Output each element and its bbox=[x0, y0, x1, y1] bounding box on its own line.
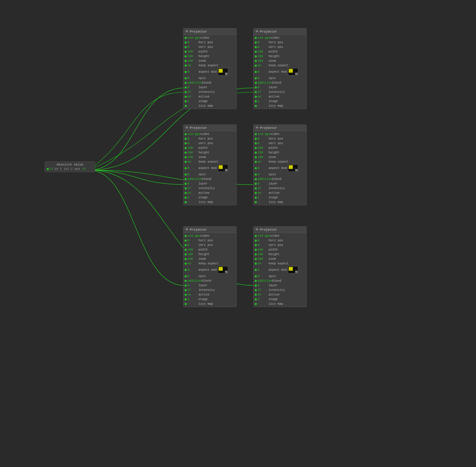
abs-node-title: Absolute Value bbox=[47, 163, 93, 166]
row-video-1: vid-gpuvideo bbox=[183, 35, 236, 40]
eye-icon-1: 👁 bbox=[185, 29, 189, 34]
proj-rows-5: vid-gpuvideo 0horz pos 0vert pos 100widt… bbox=[183, 233, 236, 307]
node-canvas: Absolute Value 27 in | |x| | out 27 👁 Pr… bbox=[0, 0, 476, 467]
connections-svg bbox=[0, 0, 476, 467]
eye-icon-6: 👁 bbox=[255, 227, 259, 232]
proj-title-3: 👁 Projector bbox=[183, 125, 236, 131]
abs-input-dot bbox=[47, 168, 49, 170]
row-intensity-1: 27intensity bbox=[183, 90, 236, 94]
row-blend-1: additiveblend bbox=[183, 80, 236, 85]
abs-in-val: 27 bbox=[50, 167, 53, 171]
row-width-1: 100width bbox=[183, 49, 236, 54]
projector-node-3[interactable]: 👁 Projector vid-gpuvideo 0horz pos 0vert… bbox=[183, 125, 237, 205]
projector-node-1[interactable]: 👁 Projector vid-gpuvideo 0horz pos 0vert… bbox=[183, 28, 237, 109]
eye-icon-3: 👁 bbox=[185, 126, 189, 130]
projector-node-2[interactable]: 👁 Projector vid-gpuvideo 0horz pos 0vert… bbox=[253, 28, 307, 109]
proj-title-1: 👁 Projector bbox=[183, 29, 236, 35]
eye-icon-4: 👁 bbox=[255, 126, 259, 130]
projector-node-4[interactable]: 👁 Projector vid-gpuvideo 0horz pos 0vert… bbox=[253, 125, 307, 205]
proj-rows-1: vid-gpuvideo 0horz pos 0vert pos 100widt… bbox=[183, 35, 236, 109]
proj-rows-2: vid-gpuvideo 0horz pos 0vert pos 100widt… bbox=[254, 35, 306, 109]
proj-rows-3: vid-gpuvideo 0horz pos 0vert pos 100widt… bbox=[183, 131, 236, 205]
row-aspectmod-1: 0aspect mod bbox=[183, 68, 236, 76]
proj-title-2: 👁 Projector bbox=[254, 29, 306, 35]
absolute-value-node[interactable]: Absolute Value 27 in | |x| | out 27 bbox=[45, 161, 95, 172]
proj-rows-6: vid-gpuvideo 0horz pos 0vert pos 100widt… bbox=[254, 233, 306, 307]
abs-op: |x| bbox=[63, 167, 69, 171]
row-active-1: onactive bbox=[183, 94, 236, 99]
projector-node-6[interactable]: 👁 Projector vid-gpuvideo 0horz pos 0vert… bbox=[253, 226, 307, 307]
row-keepaspect-1: onkeep aspect bbox=[183, 63, 236, 68]
proj-title-4: 👁 Projector bbox=[254, 125, 306, 131]
eye-icon-2: 👁 bbox=[255, 29, 259, 34]
row-izzymap-1: -izzy map bbox=[183, 103, 236, 108]
abs-in-label: in bbox=[54, 167, 58, 171]
proj-rows-4: vid-gpuvideo 0horz pos 0vert pos 100widt… bbox=[254, 131, 306, 205]
projector-node-5[interactable]: 👁 Projector vid-gpuvideo 0horz pos 0vert… bbox=[183, 226, 237, 307]
row-spin-1: 0spin bbox=[183, 76, 236, 80]
row-layer-1: 0layer bbox=[183, 85, 236, 90]
proj-title-5: 👁 Projector bbox=[183, 227, 236, 233]
eye-icon-5: 👁 bbox=[185, 227, 189, 232]
abs-out-val: 27 bbox=[82, 167, 86, 171]
row-vertpos-1: 0vert pos bbox=[183, 45, 236, 49]
row-zoom-1: 100zoom bbox=[183, 59, 236, 63]
row-horzpos-1: 0horz pos bbox=[183, 40, 236, 45]
row-height-1: 100height bbox=[183, 54, 236, 59]
row-stage-1: 1stage bbox=[183, 99, 236, 103]
abs-out-label: out bbox=[74, 167, 80, 171]
proj-title-6: 👁 Projector bbox=[254, 227, 306, 233]
